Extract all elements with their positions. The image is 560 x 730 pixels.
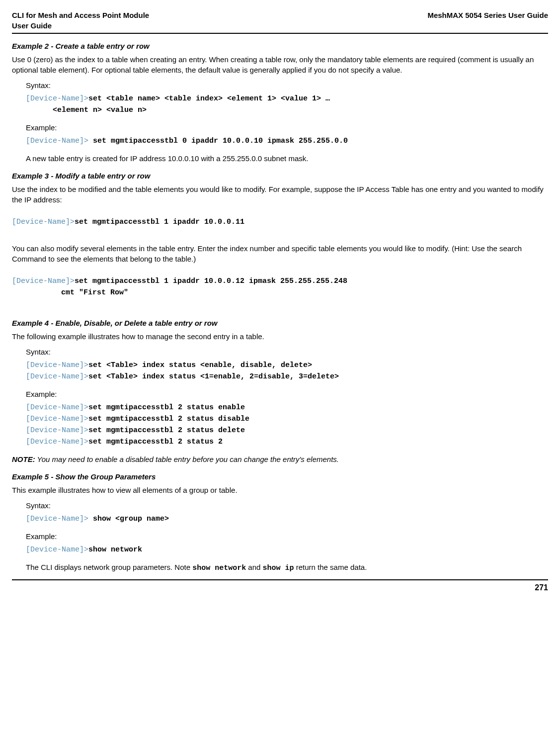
code-prompt: [Device-Name]> <box>26 426 88 435</box>
page-footer: 271 <box>12 579 548 593</box>
page-header: CLI for Mesh and Access Point Module Use… <box>12 10 548 34</box>
example2-title: Example 2 - Create a table entry or row <box>12 41 548 51</box>
code-command: set mgmtipaccesstbl 2 status enable <box>88 403 245 412</box>
code-command: show network <box>88 546 142 554</box>
code-prompt: [Device-Name]> <box>26 403 88 412</box>
code-prompt: [Device-Name]> <box>26 546 88 554</box>
result-text: return the same data. <box>294 563 367 571</box>
syntax-label: Syntax: <box>26 80 548 91</box>
code-command: set <Table> index status <enable, disabl… <box>88 361 312 369</box>
code-command: show <group name> <box>93 515 169 523</box>
result-text: The CLI displays network group parameter… <box>26 563 192 571</box>
example3-code1: [Device-Name]>set mgmtipaccesstbl 1 ipad… <box>12 216 548 227</box>
code-inline: show network <box>192 564 246 572</box>
example4-title: Example 4 - Enable, Disable, or Delete a… <box>12 318 548 328</box>
code-prompt: [Device-Name]> <box>26 438 88 446</box>
syntax-label: Syntax: <box>26 500 548 511</box>
example4-desc: The following example illustrates how to… <box>12 331 548 342</box>
syntax-label: Syntax: <box>26 347 548 357</box>
example2-result: A new table entry is created for IP addr… <box>26 153 548 164</box>
example2-example-code: [Device-Name]> set mgmtipaccesstbl 0 ipa… <box>26 135 548 146</box>
note-label: NOTE: <box>12 455 35 463</box>
header-left-line1: CLI for Mesh and Access Point Module <box>12 11 149 19</box>
example-label: Example: <box>26 122 548 133</box>
code-prompt: [Device-Name]> <box>26 137 93 145</box>
code-prompt: [Device-Name]> <box>26 94 88 103</box>
example4-syntax-code: [Device-Name]>set <Table> index status <… <box>26 359 548 382</box>
code-command: <element n> <value n> <box>26 106 147 114</box>
example3-desc2: You can also modify several elements in … <box>12 243 548 264</box>
code-prompt: [Device-Name]> <box>26 415 88 423</box>
code-command: set mgmtipaccesstbl 0 ipaddr 10.0.0.10 i… <box>93 137 348 145</box>
header-right: MeshMAX 5054 Series User Guide <box>427 10 548 31</box>
note-body: You may need to enable a disabled table … <box>35 455 339 463</box>
example5-title: Example 5 - Show the Group Parameters <box>12 471 548 482</box>
example2-desc: Use 0 (zero) as the index to a table whe… <box>12 54 548 75</box>
example3-desc1: Use the index to be modified and the tab… <box>12 184 548 205</box>
code-inline: show ip <box>263 564 294 572</box>
note: NOTE: You may need to enable a disabled … <box>12 454 548 464</box>
example5-desc: This example illustrates how to view all… <box>12 485 548 495</box>
code-command: set mgmtipaccesstbl 2 status disable <box>88 415 249 423</box>
example5-result: The CLI displays network group parameter… <box>26 562 548 573</box>
code-command: set <table name> <table index> <element … <box>88 94 330 103</box>
code-command: set mgmtipaccesstbl 1 ipaddr 10.0.0.11 <box>75 218 244 226</box>
header-left: CLI for Mesh and Access Point Module Use… <box>12 10 149 31</box>
example-label: Example: <box>26 389 548 399</box>
code-prompt: [Device-Name]> <box>12 277 75 285</box>
example3-code2: [Device-Name]>set mgmtipaccesstbl 1 ipad… <box>12 275 548 298</box>
example5-syntax-code: [Device-Name]> show <group name> <box>26 513 548 524</box>
header-left-line2: User Guide <box>12 21 52 30</box>
code-prompt: [Device-Name]> <box>26 515 93 523</box>
page-number: 271 <box>535 583 548 592</box>
code-prompt: [Device-Name]> <box>12 218 75 226</box>
example-label: Example: <box>26 531 548 542</box>
example3-title: Example 3 - Modify a table entry or row <box>12 171 548 181</box>
code-command: cmt "First Row" <box>12 288 128 297</box>
example4-example-code: [Device-Name]>set mgmtipaccesstbl 2 stat… <box>26 401 548 447</box>
example2-syntax-code: [Device-Name]>set <table name> <table in… <box>26 92 548 115</box>
result-text: and <box>246 563 262 571</box>
code-command: set mgmtipaccesstbl 1 ipaddr 10.0.0.12 i… <box>75 277 347 285</box>
code-command: set mgmtipaccesstbl 2 status 2 <box>88 438 223 446</box>
code-command: set mgmtipaccesstbl 2 status delete <box>88 426 245 435</box>
code-prompt: [Device-Name]> <box>26 372 88 381</box>
code-command: set <Table> index status <1=enable, 2=di… <box>88 372 339 381</box>
example5-example-code: [Device-Name]>show network <box>26 544 548 555</box>
code-prompt: [Device-Name]> <box>26 361 88 369</box>
